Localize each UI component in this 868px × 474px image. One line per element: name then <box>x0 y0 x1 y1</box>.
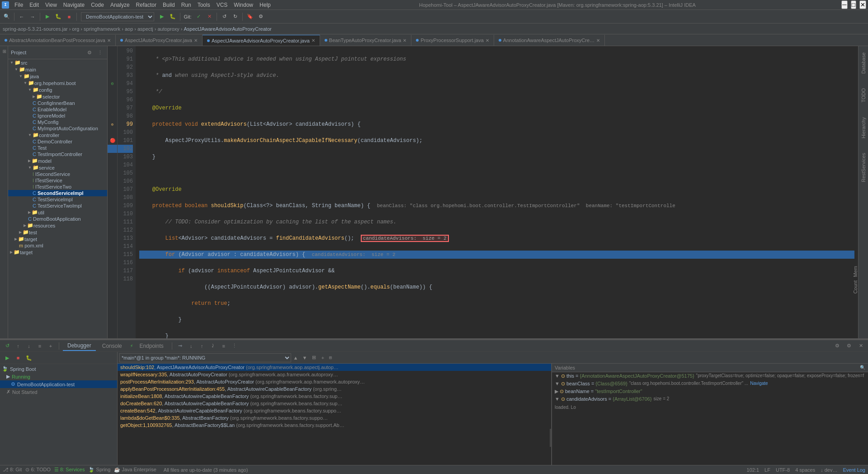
var-beanclass[interactable]: ▼ ⊙ beanClass = {Class@6569} "class org.… <box>552 380 868 388</box>
debug-more[interactable]: ⋮ <box>230 341 239 351</box>
code-content[interactable]: * <p>This additional advice is needed wh… <box>136 46 858 338</box>
services-up-btn[interactable]: ↑ <box>14 341 23 351</box>
menu-analyze[interactable]: Analyze <box>108 1 132 9</box>
run-config-select[interactable]: DemoBootApplication-test <box>81 12 154 21</box>
tree-itestservice[interactable]: I ITestService <box>8 177 107 184</box>
debug-step-into[interactable]: ↓ <box>187 341 196 351</box>
maximize-button[interactable]: □ <box>851 0 856 9</box>
tree-testimportcontroller[interactable]: C TestImportController <box>8 151 107 157</box>
todo-label[interactable]: TODO <box>860 85 867 105</box>
thread-add[interactable]: + <box>318 353 327 362</box>
tree-model[interactable]: ▶📁 model <box>8 157 107 164</box>
menu-refactor[interactable]: Refactor <box>133 1 159 9</box>
tab-2[interactable]: AspectJAwareAdvisorAutoProxyCreator.java… <box>203 35 320 46</box>
project-gear-btn[interactable]: ⋮ <box>95 48 104 57</box>
svc-run-btn[interactable]: ▶ <box>3 353 12 362</box>
tree-myimport[interactable]: C MyImportAutoConfiguration <box>8 125 107 132</box>
tree-test[interactable]: C Test <box>8 145 107 151</box>
restservices-label[interactable]: RestServices <box>860 150 867 185</box>
console-tab[interactable]: Console <box>98 341 127 351</box>
frame-2[interactable]: postProcessAfterInitialization:293, Abst… <box>118 378 551 385</box>
toolbar-run-btn[interactable]: ▶ <box>42 12 52 22</box>
debug-evaluate[interactable]: ≡ <box>219 341 228 351</box>
navigate-link[interactable]: Navigate <box>750 381 768 386</box>
status-encoding[interactable]: UTF-8 <box>776 467 790 473</box>
var-candidateadvisors[interactable]: ▼ ⊙ candidateAdvisors = {ArrayList@6706}… <box>552 395 868 403</box>
menu-help[interactable]: Help <box>257 1 274 9</box>
breadcrumb-part-0[interactable]: spring-aop-5.3.21-sources.jar <box>3 26 68 32</box>
status-eventlog[interactable]: Event Log <box>843 467 865 473</box>
services-filter-btn[interactable]: ≡ <box>35 341 44 351</box>
status-todo[interactable]: ⊙ 6: TODO <box>25 467 51 473</box>
tree-demobootapp[interactable]: C DemoBootApplication <box>8 216 107 222</box>
tree-target-sub[interactable]: ▶📁 target <box>8 236 107 242</box>
debugger-tab[interactable]: Debugger <box>63 341 96 351</box>
variables-search-icon[interactable]: 🔍 <box>860 365 865 370</box>
endpoints-tab[interactable]: Endpoints <box>135 341 168 351</box>
tree-main[interactable]: ▼📁 main <box>8 66 107 73</box>
breadcrumb-current[interactable]: AspectJAwareAdvisorAutoProxyCreator <box>184 26 271 32</box>
frame-1[interactable]: wrapIfNecessary:335, AbstractAutoProxyCr… <box>118 371 551 378</box>
debug-step-over[interactable]: ⇾ <box>176 341 185 351</box>
var-beanclass-expand[interactable]: ▼ <box>555 381 560 386</box>
tree-democontroller[interactable]: C DemoController <box>8 138 107 145</box>
var-beanname[interactable]: ▶ ⊙ beanName = "testImportController" <box>552 388 868 395</box>
frame-scroll[interactable] <box>550 429 551 447</box>
toolbar-undo[interactable]: ↺ <box>219 12 229 22</box>
status-position[interactable]: 102:1 <box>747 467 760 473</box>
breadcrumb-part-5[interactable]: autoproxy <box>157 26 179 32</box>
frame-3[interactable]: applyBeanPostProcessorsAfterInitializati… <box>118 385 551 393</box>
status-git[interactable]: ⎇ 8: Git <box>3 467 22 473</box>
bookmark-btn[interactable]: 🔖 <box>245 12 255 22</box>
tree-config[interactable]: ▼📁 config <box>8 86 107 93</box>
tree-util[interactable]: ▶📁 util <box>8 209 107 216</box>
status-spring[interactable]: 🍃 Spring <box>88 467 110 473</box>
structure-icon[interactable]: ⊞ <box>0 48 8 55</box>
git-x[interactable]: ✕ <box>204 12 214 22</box>
var-beanname-expand[interactable]: ▶ <box>555 389 558 394</box>
menu-file[interactable]: File <box>12 1 26 9</box>
settings-btn[interactable]: ⚙ <box>256 12 266 22</box>
thread-select[interactable]: *main*@1 in group *main*: RUNNING <box>119 353 291 362</box>
tree-resources[interactable]: ▶📁 resources <box>8 222 107 229</box>
breadcrumb-part-1[interactable]: org <box>72 26 79 32</box>
toolbar-forward-btn[interactable]: → <box>28 12 38 22</box>
tree-myconfig[interactable]: C MyConfig <box>8 119 107 125</box>
toolbar-search-btn[interactable]: 🔍 <box>2 12 12 22</box>
var-this-expand[interactable]: ▼ <box>555 373 560 379</box>
tree-src[interactable]: ▼📁 src <box>8 59 107 66</box>
breadcrumb-part-4[interactable]: aspectj <box>137 26 153 32</box>
service-springboot[interactable]: 🍃 Spring Boot <box>0 365 117 373</box>
service-notstarted[interactable]: ✗ Not Started <box>0 388 117 396</box>
tree-service-folder[interactable]: ▼📁 service <box>8 164 107 171</box>
service-running[interactable]: ▶ Running <box>0 373 117 380</box>
frame-4[interactable]: initializeBean:1808, AbstractAutowireCap… <box>118 393 551 400</box>
frame-0[interactable]: shouldSkip:102, AspectJAwareAdvisorAutoP… <box>118 364 551 371</box>
menu-navigate[interactable]: Navigate <box>61 1 87 9</box>
tab-3[interactable]: BeanTypeAutoProxyCreator.java✕ <box>320 35 412 46</box>
breadcrumb-part-2[interactable]: springframework <box>84 26 120 32</box>
menu-window[interactable]: Window <box>231 1 256 9</box>
tree-test-folder[interactable]: ▶📁 test <box>8 229 107 236</box>
menu-code[interactable]: Code <box>88 1 107 9</box>
thread-filter[interactable]: ⊞ <box>309 353 318 362</box>
services-refresh-btn[interactable]: ↺ <box>3 341 12 351</box>
tab-5[interactable]: AnnotationAwareAspectJAutoProxyCre…✕ <box>494 35 605 46</box>
tree-testservicetwoimpl[interactable]: C TestServiceTwoImpl <box>8 203 107 209</box>
frame-5[interactable]: doCreateBean:620, AbstractAutowireCapabl… <box>118 400 551 407</box>
tree-enablemodel[interactable]: C EnableModel <box>8 106 107 113</box>
thread-nav-up[interactable]: ▲ <box>291 353 300 362</box>
tree-ignoremodel[interactable]: C IgnoreModel <box>8 113 107 119</box>
bottom-gear-btn[interactable]: ⚙ <box>844 341 854 351</box>
services-down-btn[interactable]: ↓ <box>24 341 33 351</box>
bottom-settings-btn[interactable]: ⚙ <box>833 341 842 351</box>
debug-run-to-cursor[interactable]: ⤸ <box>208 341 217 351</box>
toolbar-back-btn[interactable]: ← <box>17 12 27 22</box>
menu-vcs[interactable]: VCS <box>214 1 231 9</box>
tree-isecondservice[interactable]: I ISecondService <box>8 171 107 177</box>
svc-stop-btn[interactable]: ■ <box>14 353 23 362</box>
status-branch[interactable]: ↓ dev… <box>821 467 837 473</box>
menu-build[interactable]: Build <box>160 1 178 9</box>
status-java[interactable]: ☕ Java Enterprise <box>114 467 156 473</box>
var-candidateadvisors-expand[interactable]: ▼ <box>555 396 560 402</box>
